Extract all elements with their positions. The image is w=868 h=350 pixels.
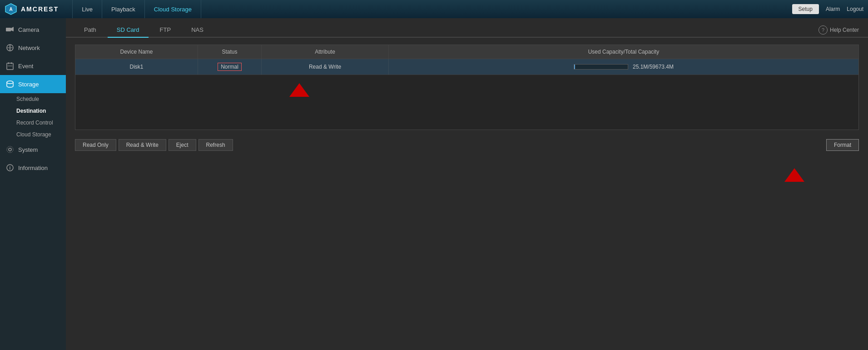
status-badge: Normal (218, 63, 242, 71)
sidebar-item-event[interactable]: Event (0, 57, 66, 75)
svg-rect-2 (6, 28, 11, 31)
amcrest-logo-icon: A (5, 3, 17, 15)
cell-capacity: 25.1M/59673.4M (389, 59, 858, 75)
sidebar-event-label: Event (18, 63, 33, 70)
help-center-button[interactable]: ? Help Center (818, 25, 859, 35)
help-label: Help Center (830, 27, 859, 33)
event-icon (5, 61, 15, 70)
svg-marker-3 (11, 27, 14, 31)
help-circle-icon: ? (818, 25, 828, 35)
sidebar-subitem-record-control[interactable]: Record Control (0, 117, 66, 129)
svg-rect-6 (7, 63, 13, 70)
alarm-link[interactable]: Alarm (826, 6, 840, 12)
capacity-text: 25.1M/59673.4M (633, 64, 674, 70)
tabs-bar: Path SD Card FTP NAS ? Help Center (66, 18, 868, 38)
col-device-name: Device Name (75, 45, 198, 59)
sidebar-item-information[interactable]: i Information (0, 159, 66, 177)
refresh-button[interactable]: Refresh (198, 139, 233, 151)
tab-path[interactable]: Path (75, 23, 105, 38)
capacity-progress-bar (574, 64, 628, 70)
layout: Camera Network (0, 18, 868, 350)
tab-sd-card[interactable]: SD Card (108, 23, 149, 38)
sidebar-subitem-schedule[interactable]: Schedule (0, 93, 66, 105)
tab-ftp[interactable]: FTP (151, 23, 180, 38)
nav-cloud-storage[interactable]: Cloud Storage (145, 0, 201, 18)
storage-table: Device Name Status Attribute Used Capaci… (75, 45, 859, 130)
sidebar-system-label: System (18, 146, 38, 153)
sidebar-subitem-cloud-storage[interactable]: Cloud Storage (0, 129, 66, 140)
col-capacity: Used Capacity/Total Capacity (389, 45, 858, 59)
nav-live[interactable]: Live (72, 0, 102, 18)
arrow-status-annotation (289, 83, 309, 98)
system-icon (5, 145, 15, 154)
main-content: Path SD Card FTP NAS ? Help Center Devic… (66, 18, 868, 155)
col-attribute: Attribute (262, 45, 389, 59)
table-row[interactable]: Disk1 Normal Read & Write 25.1M/59673.4M (75, 59, 858, 75)
tab-nas[interactable]: NAS (182, 23, 213, 38)
svg-text:A: A (9, 7, 12, 12)
top-nav-right: Setup Alarm Logout (792, 4, 863, 14)
logo-text: AMCREST (21, 5, 59, 13)
cell-status: Normal (198, 59, 262, 75)
cell-attribute: Read & Write (262, 59, 389, 75)
logo: A AMCREST (5, 3, 59, 15)
sidebar-network-label: Network (18, 45, 40, 51)
capacity-progress-fill (574, 65, 575, 69)
main-wrapper: Path SD Card FTP NAS ? Help Center Devic… (66, 18, 868, 350)
read-write-button[interactable]: Read & Write (119, 139, 166, 151)
svg-text:i: i (10, 165, 11, 170)
svg-point-11 (9, 148, 11, 151)
eject-button[interactable]: Eject (169, 139, 196, 151)
setup-button[interactable]: Setup (792, 4, 819, 14)
network-icon (5, 43, 15, 52)
sidebar-camera-label: Camera (18, 26, 39, 33)
table-header: Device Name Status Attribute Used Capaci… (75, 45, 858, 59)
camera-icon (5, 25, 15, 34)
sidebar-item-camera[interactable]: Camera (0, 20, 66, 39)
cell-device-name: Disk1 (75, 59, 198, 75)
sidebar-item-network[interactable]: Network (0, 39, 66, 57)
format-button[interactable]: Format (826, 139, 859, 151)
sidebar: Camera Network (0, 18, 66, 350)
buttons-row: Read Only Read & Write Eject Refresh For… (75, 137, 859, 151)
sidebar-item-storage[interactable]: Storage (0, 75, 66, 93)
top-nav: A AMCREST Live Playback Cloud Storage Se… (0, 0, 868, 18)
storage-icon (5, 80, 15, 89)
buttons-left: Read Only Read & Write Eject Refresh (75, 139, 233, 151)
svg-point-10 (7, 81, 13, 84)
table-empty-area (75, 75, 858, 130)
arrow-format-annotation (784, 168, 804, 183)
col-status: Status (198, 45, 262, 59)
sidebar-subitem-destination[interactable]: Destination (0, 105, 66, 117)
svg-point-12 (7, 146, 13, 153)
sidebar-item-system[interactable]: System (0, 140, 66, 159)
read-only-button[interactable]: Read Only (75, 139, 116, 151)
top-nav-links: Live Playback Cloud Storage (72, 0, 792, 18)
sidebar-storage-label: Storage (18, 81, 39, 88)
nav-playback[interactable]: Playback (102, 0, 145, 18)
information-icon: i (5, 163, 15, 172)
logout-link[interactable]: Logout (847, 6, 863, 12)
sidebar-information-label: Information (18, 165, 48, 171)
